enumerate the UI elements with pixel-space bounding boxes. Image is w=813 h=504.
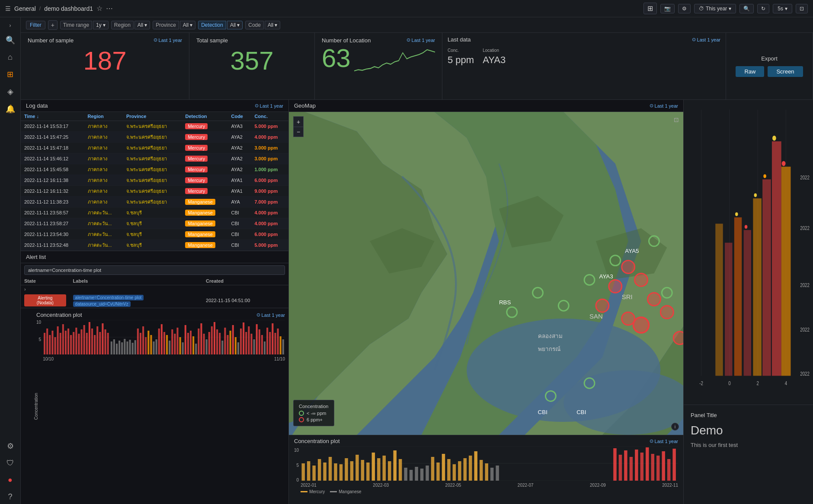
detection-chevron-icon: ▾: [237, 22, 240, 28]
province-cell: จ.พระนครศรีอยุธยา: [123, 143, 182, 153]
x-axis-left: 10/10: [43, 357, 54, 361]
filter-bar: Filter + Time range 1y ▾ Region All ▾ Pr…: [21, 17, 813, 33]
breadcrumb-general[interactable]: General: [14, 5, 36, 12]
export-title: Export: [761, 55, 778, 62]
svg-rect-71: [224, 328, 226, 354]
detection-cell: Manganese: [182, 229, 227, 240]
region-filter-select[interactable]: All ▾: [134, 21, 150, 29]
code-filter-select[interactable]: All ▾: [265, 21, 280, 29]
settings-button[interactable]: ⚙: [678, 4, 691, 13]
explore-icon[interactable]: ◈: [5, 84, 16, 99]
admin-settings-icon[interactable]: ⚙: [4, 439, 16, 453]
svg-rect-166: [442, 454, 445, 481]
alerting-icon[interactable]: 🔔: [3, 102, 18, 116]
svg-rect-72: [227, 335, 229, 354]
plus-icon: +: [51, 22, 54, 29]
col-province[interactable]: Province: [123, 112, 182, 121]
col-time[interactable]: Time ↓: [21, 112, 84, 121]
svg-rect-149: [350, 461, 353, 481]
geomap-title: GeoMap: [294, 102, 316, 109]
col-region[interactable]: Region: [84, 112, 123, 121]
collapse-icon[interactable]: ›: [8, 21, 13, 30]
svg-point-129: [634, 317, 649, 333]
svg-rect-80: [248, 326, 250, 354]
col-conc[interactable]: Conc.: [251, 112, 288, 121]
alert-label1: alertname=Concentration-time plot: [73, 295, 144, 300]
num-location-time: ⊙ Last 1 year: [406, 37, 435, 43]
svg-rect-78: [243, 322, 244, 354]
code-cell: CBI: [227, 240, 251, 251]
location-label: Location: [483, 48, 506, 53]
time-range-selector[interactable]: ⏱ This year ▾: [694, 4, 736, 13]
time-cell: 2022-11-11 23:58:27: [21, 218, 84, 229]
home-icon[interactable]: ⌂: [5, 50, 15, 64]
svg-rect-183: [646, 447, 649, 481]
svg-rect-163: [426, 466, 429, 481]
svg-rect-30: [116, 344, 118, 354]
svg-rect-162: [420, 469, 423, 481]
province-cell: จ.ชลบุรี: [123, 218, 182, 229]
refresh-interval-selector[interactable]: 5s ▾: [773, 4, 792, 13]
dashboard-icon[interactable]: ⊞: [4, 67, 16, 82]
map-legend: Concentration < -∞ ppm 6 ppm+: [293, 400, 334, 426]
star-icon[interactable]: ☆: [96, 4, 102, 13]
search-icon[interactable]: 🔍: [3, 33, 18, 48]
svg-rect-39: [140, 333, 141, 354]
svg-rect-58: [190, 331, 192, 354]
filter-button[interactable]: Filter: [26, 21, 45, 29]
province-cell: จ.ชลบุรี: [123, 207, 182, 218]
col-code[interactable]: Code: [227, 112, 251, 121]
hamburger-icon[interactable]: ☰: [5, 5, 11, 12]
province-filter-select[interactable]: All ▾: [180, 21, 195, 29]
settings-icon: ⚙: [682, 6, 687, 12]
code-cell: AYA2: [227, 153, 251, 164]
map-info-button[interactable]: i: [671, 423, 679, 431]
geomap-container[interactable]: NKN KPT TST1 SRN SRI SAN คลองสาม พยากรณ์: [289, 112, 683, 435]
map-bg: NKN KPT TST1 SRN SRI SAN คลองสาม พยากรณ์: [289, 112, 683, 435]
expand-icon[interactable]: ›: [24, 287, 26, 292]
shield-icon[interactable]: 🛡: [4, 456, 17, 470]
refresh-button[interactable]: ↻: [757, 4, 769, 13]
svg-rect-159: [404, 468, 407, 481]
svg-rect-41: [145, 337, 147, 354]
svg-rect-177: [613, 448, 616, 481]
conc-plot-bottom-title: Concentration plot: [36, 312, 82, 318]
panel-menu-button[interactable]: ⊡: [796, 4, 808, 13]
share-icon[interactable]: ⋯: [106, 4, 113, 13]
svg-rect-81: [251, 334, 253, 354]
svg-rect-144: [323, 463, 326, 481]
alert-label2: datasource_uid=CvUNitnVz: [73, 301, 131, 307]
conc-plot-bottom-time: ⊙ Last 1 year: [256, 312, 285, 318]
svg-rect-73: [230, 331, 231, 354]
plugin-icon[interactable]: ●: [5, 473, 15, 487]
export-raw-button[interactable]: Raw: [736, 66, 764, 77]
log-data-time-label: Last 1 year: [260, 103, 283, 108]
svg-point-202: [772, 136, 776, 141]
code-cell: CBI: [227, 218, 251, 229]
svg-text:AYA3: AYA3: [599, 273, 613, 280]
svg-rect-79: [245, 332, 247, 354]
add-panel-button[interactable]: ⊞: [643, 3, 657, 14]
code-cell: CBI: [227, 207, 251, 218]
legend-high-label: 6 ppm+: [307, 417, 323, 422]
legend-red-dot: [299, 417, 304, 422]
geomap-panel: GeoMap ⊙ Last 1 year: [289, 100, 683, 435]
screenshot-button[interactable]: 📷: [660, 4, 675, 13]
svg-text:-2: -2: [699, 380, 703, 386]
detection-filter-label: Detection: [198, 21, 226, 29]
col-detection[interactable]: Detection: [182, 112, 227, 121]
breadcrumb-dashboard[interactable]: demo dashboard1: [44, 5, 93, 12]
export-screen-button[interactable]: Screen: [768, 66, 803, 77]
zoom-out-button[interactable]: −: [293, 127, 304, 137]
conc-plot-center-svg: [301, 446, 678, 481]
fullscreen-button[interactable]: ⊡: [674, 116, 679, 123]
add-filter-button[interactable]: +: [48, 20, 58, 30]
svg-rect-27: [107, 333, 109, 354]
time-range-filter-select[interactable]: 1y ▾: [93, 21, 109, 29]
help-icon[interactable]: ?: [5, 490, 15, 504]
detection-filter-select[interactable]: All ▾: [227, 21, 243, 29]
svg-text:CBI: CBI: [538, 409, 547, 415]
conc-cell: 5.000 ppm: [251, 121, 288, 132]
zoom-in-button[interactable]: +: [293, 116, 304, 127]
zoom-out-button[interactable]: 🔍: [739, 4, 754, 13]
